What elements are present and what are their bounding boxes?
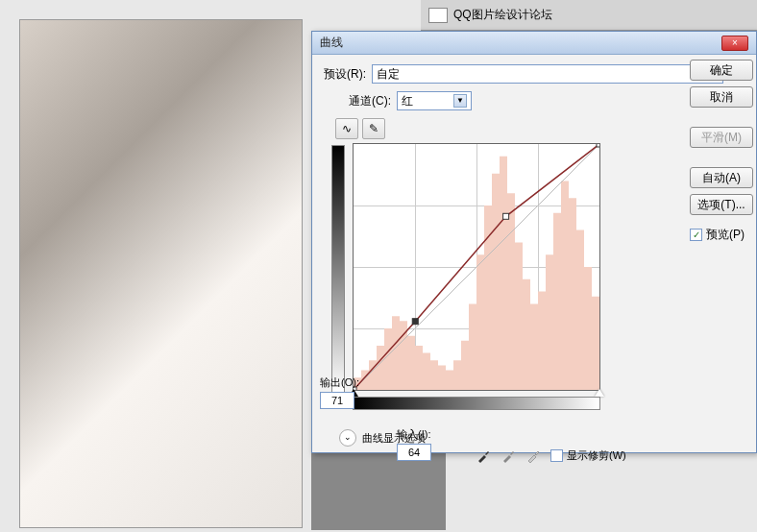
eyedropper-row: 显示修剪(W): [476, 447, 626, 464]
ok-button[interactable]: 确定: [690, 60, 753, 81]
channel-value: 红: [402, 93, 413, 109]
options-button[interactable]: 选项(T)...: [690, 194, 753, 215]
dialog-titlebar[interactable]: 曲线 ×: [312, 32, 756, 55]
preview-checkbox[interactable]: ✓: [690, 229, 702, 241]
canvas-image: [20, 20, 302, 527]
output-section: 输出(O): 71: [320, 375, 359, 409]
curve-tool-pencil[interactable]: ✎: [362, 118, 385, 139]
gray-panel: [311, 453, 446, 530]
chevron-down-icon: ▼: [453, 94, 467, 108]
curve-display-label: 曲线显示选项: [362, 431, 426, 446]
curve-tool-group: ∿ ✎: [335, 118, 745, 139]
curve-tool-point[interactable]: ∿: [335, 118, 358, 139]
channel-label: 通道(C):: [349, 93, 391, 109]
canvas-area[interactable]: [19, 19, 303, 528]
output-gradient-strip: [331, 145, 345, 393]
dialog-title: 曲线: [320, 35, 343, 51]
eyedropper-black-icon[interactable]: [476, 447, 493, 464]
curve-display-options-row[interactable]: ⌄ 曲线显示选项: [339, 429, 426, 447]
close-button[interactable]: ×: [721, 36, 748, 51]
doc-tab-label[interactable]: QQ图片绘设计论坛: [453, 7, 552, 23]
channel-select[interactable]: 红 ▼: [397, 91, 472, 110]
cancel-button[interactable]: 取消: [690, 86, 753, 108]
document-tab-bar: QQ图片绘设计论坛: [421, 0, 757, 31]
smooth-button[interactable]: 平滑(M): [690, 127, 753, 148]
auto-button[interactable]: 自动(A): [690, 167, 753, 188]
eyedropper-white-icon[interactable]: [525, 447, 543, 464]
show-clipping-label: 显示修剪(W): [567, 448, 626, 463]
show-clipping-checkbox[interactable]: [550, 449, 563, 462]
input-gradient-strip: [353, 397, 600, 410]
histogram: [354, 144, 599, 390]
preview-label: 预览(P): [706, 227, 745, 243]
expand-icon[interactable]: ⌄: [339, 429, 356, 447]
output-label: 输出(O):: [320, 375, 359, 390]
output-value-input[interactable]: 71: [320, 392, 354, 409]
preset-label: 预设(R):: [324, 66, 366, 83]
preset-value: 自定: [377, 66, 400, 83]
eyedropper-gray-icon[interactable]: [501, 447, 518, 464]
preset-select[interactable]: 自定 ▼: [372, 64, 723, 84]
white-point-slider[interactable]: [595, 389, 604, 397]
doc-thumbnail[interactable]: [428, 8, 448, 23]
curve-graph[interactable]: [353, 143, 600, 391]
